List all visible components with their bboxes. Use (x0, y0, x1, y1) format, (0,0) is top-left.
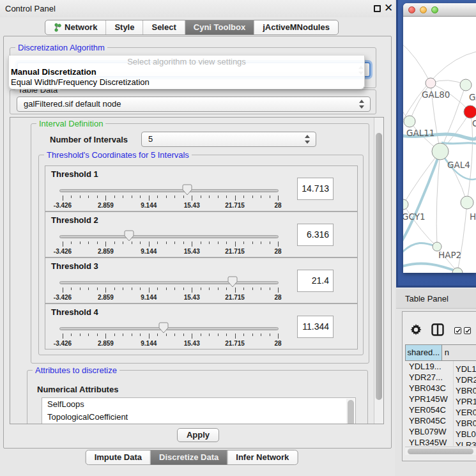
group-title-attributes: Attributes to discretize (33, 365, 119, 375)
tick-mark (252, 288, 253, 290)
tick-label: 21.715 (225, 248, 245, 255)
tick-mark (123, 196, 123, 198)
network-node[interactable] (461, 196, 473, 209)
tab-style[interactable]: Style (106, 20, 143, 35)
tab-discretize-data[interactable]: Discretize Data (151, 450, 227, 464)
table-row[interactable]: YDR27...YDR2 (405, 372, 476, 383)
tick-mark (201, 288, 201, 290)
scrollbar-thumb[interactable] (408, 449, 473, 454)
slider-thumb[interactable] (124, 230, 134, 242)
settings-scrollbar[interactable] (374, 118, 383, 424)
tick-mark (261, 242, 261, 244)
table-row[interactable]: YPR145WYPR1 (405, 394, 476, 404)
tick-mark (105, 288, 106, 293)
checkbox-icon[interactable] (464, 327, 471, 334)
table-row[interactable]: YBR045CYBR0 (405, 415, 476, 426)
tick-mark (166, 242, 167, 244)
scrollbar-thumb[interactable] (348, 400, 354, 424)
tick-mark (252, 242, 253, 244)
threshold-1-value-field[interactable]: 14.713 (297, 178, 334, 200)
slider-track[interactable] (59, 327, 279, 330)
interval-definition-group: Interval Definition Number of Intervals … (31, 123, 369, 364)
popup-item-manual-discretization[interactable]: Manual Discretization (9, 67, 364, 77)
gear-icon[interactable] (410, 324, 422, 335)
close-icon[interactable]: ✕ (384, 1, 393, 15)
tick-mark (166, 334, 167, 336)
tick-mark (105, 334, 106, 339)
number-of-intervals-combobox[interactable]: 5 (141, 132, 316, 147)
tab-select[interactable]: Select (143, 20, 185, 35)
tick-label: 9.144 (141, 248, 157, 255)
tab-network[interactable]: Network (45, 20, 106, 35)
threshold-2-value-field[interactable]: 6.316 (297, 224, 334, 246)
node-label: GCY1 (403, 211, 426, 222)
tick-label: -3.426 (54, 294, 72, 301)
slider-track[interactable] (59, 235, 279, 238)
tick-mark (235, 288, 236, 293)
threshold-4-value-field[interactable]: 11.344 (297, 316, 334, 338)
slider-track[interactable] (59, 189, 279, 192)
column-header-name[interactable]: n (442, 344, 476, 361)
table-row[interactable]: YDL19...YDL1 (405, 361, 476, 372)
network-node[interactable] (426, 78, 436, 88)
network-window-titlebar[interactable] (403, 3, 476, 17)
scrollbar-thumb[interactable] (376, 133, 382, 400)
float-window-icon[interactable] (374, 5, 381, 12)
list-item[interactable]: TopologicalCoefficient (42, 411, 355, 424)
network-node[interactable] (403, 199, 408, 210)
tick-mark (123, 334, 123, 336)
zoom-traffic-light-icon[interactable] (431, 6, 438, 13)
network-node[interactable] (452, 268, 463, 273)
slider-thumb[interactable] (182, 184, 192, 196)
slider-thumb[interactable] (158, 322, 169, 334)
checkbox-icon[interactable] (454, 327, 461, 334)
table-data-combobox[interactable]: galFiltered.sif default node (17, 96, 371, 112)
stepper-icon (358, 100, 364, 109)
tab-jactivemnodules[interactable]: jActiveMNodules (254, 20, 338, 35)
tab-impute-data[interactable]: Impute Data (86, 450, 151, 464)
tab-infer-network[interactable]: Infer Network (227, 450, 297, 464)
list-scrollbar[interactable] (346, 399, 355, 424)
tick-mark (218, 242, 219, 244)
tab-cyni-toolbox[interactable]: Cyni Toolbox (185, 20, 254, 35)
tick-mark (157, 242, 158, 244)
network-node[interactable] (404, 116, 415, 127)
tick-label: 28 (274, 340, 281, 347)
apply-button[interactable]: Apply (177, 428, 219, 442)
table-row[interactable]: YBR043CYBR0 (405, 383, 476, 394)
network-node[interactable] (432, 143, 449, 160)
slider-thumb[interactable] (227, 276, 238, 288)
network-canvas[interactable]: GAL80 GA C GAL11 GAL4 GCY1 H HAP2 (403, 17, 476, 273)
tick-mark (183, 242, 184, 244)
settings-scroll-area: Interval Definition Number of Intervals … (10, 117, 384, 424)
table-row[interactable]: YER054CYER0 (405, 404, 476, 415)
close-traffic-light-icon[interactable] (408, 6, 415, 13)
tab-jactivemnodules-label: jActiveMNodules (263, 20, 330, 35)
cyni-toolbox-panel: Discretization Algorithm Table Data galF… (3, 36, 392, 449)
tick-mark (140, 288, 141, 290)
tick-mark (201, 334, 201, 336)
table-row[interactable]: YLR345WYLR3 (405, 437, 476, 446)
numerical-attributes-list[interactable]: SelfLoops TopologicalCoefficient Between… (42, 397, 356, 424)
network-node[interactable] (460, 79, 472, 91)
tick-mark (209, 196, 210, 198)
list-item[interactable]: BetweennessCentrality (42, 423, 355, 424)
minimize-traffic-light-icon[interactable] (420, 6, 427, 13)
list-item[interactable]: SelfLoops (42, 398, 355, 411)
tick-mark (183, 196, 184, 198)
tick-mark (261, 334, 261, 336)
table-panel: shared... n YDL19...YDL1 YDR27...YDR2 YB… (402, 311, 476, 461)
column-header-shared-name[interactable]: shared... (405, 344, 442, 361)
table-row[interactable]: YBL079WYBL0 (405, 426, 476, 437)
table-horizontal-scrollbar[interactable] (405, 447, 476, 455)
slider-track[interactable] (59, 281, 279, 284)
split-columns-icon[interactable] (431, 323, 444, 336)
tick-mark (132, 288, 132, 290)
tick-mark (218, 196, 219, 198)
network-node-selected[interactable] (464, 105, 476, 118)
tick-mark (174, 196, 175, 198)
network-view-window[interactable]: GAL80 GA C GAL11 GAL4 GCY1 H HAP2 (403, 3, 476, 273)
threshold-3-value-field[interactable]: 21.4 (297, 270, 334, 292)
tick-mark (270, 196, 270, 198)
popup-item-equal-width-frequency[interactable]: Equal Width/Frequency Discretization (9, 77, 364, 88)
